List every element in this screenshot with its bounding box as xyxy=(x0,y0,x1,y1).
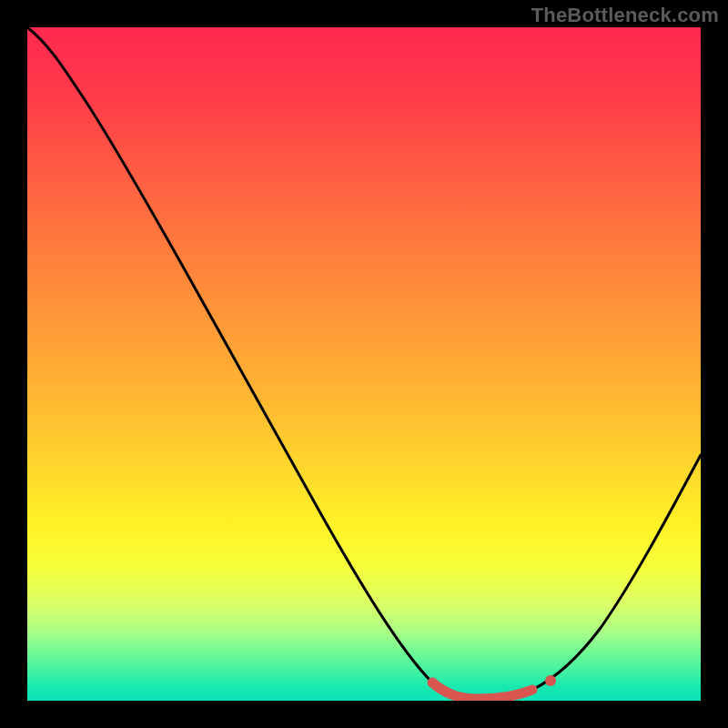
optimal-band-end-dot xyxy=(545,675,556,686)
optimal-band-highlight xyxy=(432,682,532,699)
plot-area xyxy=(27,27,701,701)
chart-frame: TheBottleneck.com xyxy=(0,0,728,728)
watermark-text: TheBottleneck.com xyxy=(531,4,719,27)
curve-svg xyxy=(27,27,701,701)
bottleneck-curve-line xyxy=(27,27,701,699)
